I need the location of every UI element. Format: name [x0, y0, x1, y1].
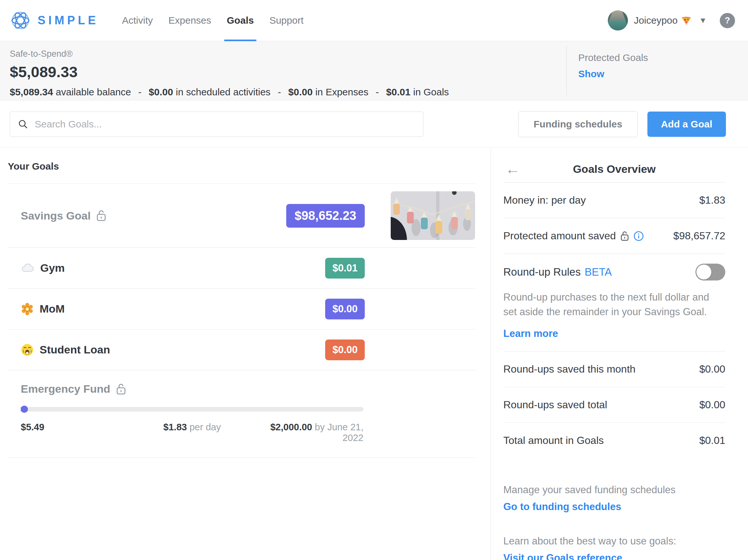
- goal-row-emergency-fund[interactable]: Emergency Fund $5.49: [8, 370, 475, 458]
- row-value: $0.00: [699, 399, 725, 411]
- balance-breakdown: $5,089.34 available balance - $0.00 in s…: [10, 87, 449, 98]
- funding-schedules-text: Manage your saved funding schedules: [503, 484, 725, 496]
- rosette-emoji-icon: ✳: [21, 302, 34, 316]
- goals-amount: $0.01: [386, 87, 411, 97]
- primary-tabs: Activity Expenses Goals Support: [114, 0, 311, 41]
- goal-row-savings-goal[interactable]: Savings Goal $98,652.23: [8, 184, 475, 247]
- protected-goals-panel: Protected Goals Show: [566, 46, 748, 96]
- scheduled-text: in scheduled activities: [176, 87, 271, 97]
- top-nav: SIMPLE Activity Expenses Goals Support J…: [0, 0, 748, 41]
- cloud-emoji-icon: [21, 263, 34, 273]
- brand[interactable]: SIMPLE: [10, 10, 99, 31]
- user-avatar[interactable]: [608, 10, 628, 30]
- separator: -: [138, 87, 141, 97]
- overview-title: Goals Overview: [503, 163, 725, 175]
- nav-right: Joiceypoo ▼ ?: [608, 10, 735, 30]
- goal-amount-badge: $0.00: [325, 299, 365, 319]
- goal-row-student-loan[interactable]: Student Loan $0.00: [8, 329, 475, 370]
- user-name[interactable]: Joiceypoo: [634, 15, 678, 26]
- row-label: Total amount in Goals: [503, 435, 604, 446]
- brand-name: SIMPLE: [38, 14, 99, 27]
- beta-badge: BETA: [584, 266, 612, 278]
- row-value: $98,657.72: [673, 230, 725, 242]
- pizza-emoji-icon: [681, 15, 692, 26]
- search-icon: [18, 119, 28, 129]
- goal-name-group: Student Loan: [8, 343, 110, 356]
- goal-progress-bar: [21, 407, 364, 412]
- saved-amount: $5.49: [21, 422, 44, 432]
- search-input[interactable]: [34, 118, 415, 130]
- svg-text:✳: ✳: [26, 307, 29, 311]
- goal-name: Savings Goal: [21, 210, 91, 222]
- goals-list-heading: Your Goals: [8, 161, 475, 172]
- lock-icon: [116, 383, 126, 395]
- row-value: $1.83: [699, 194, 725, 206]
- target-amount: $2,000.00: [270, 422, 312, 432]
- protected-goals-label: Protected Goals: [578, 52, 748, 63]
- tab-goals[interactable]: Goals: [227, 0, 254, 41]
- goals-reference-text: Learn about the best way to use goals:: [503, 535, 725, 547]
- goal-progress-stats: $5.49 $1.83 per day $2,000.00 by June 21…: [21, 422, 364, 443]
- crying-emoji-icon: [21, 343, 34, 356]
- search-box: [10, 112, 423, 137]
- safe-to-spend-band: Safe-to-Spend® $5,089.33 $5,089.34 avail…: [0, 41, 748, 100]
- overview-row-total-in-goals: Total amount in Goals $0.01: [503, 422, 725, 458]
- funding-schedules-button[interactable]: Funding schedules: [518, 111, 637, 137]
- goal-amount-badge: $0.01: [325, 258, 365, 278]
- tassel-garland-photo: [391, 191, 475, 240]
- safe-to-spend-amount: $5,089.33: [10, 63, 449, 81]
- visit-goals-reference-link[interactable]: Visit our Goals reference: [503, 552, 725, 560]
- separator: -: [278, 87, 281, 97]
- lock-icon: [621, 231, 629, 241]
- separator: -: [375, 87, 379, 97]
- goal-name-group: ✳ MoM: [8, 302, 65, 316]
- roundup-toggle[interactable]: [696, 264, 725, 281]
- overview-header: ← Goals Overview: [503, 160, 725, 178]
- available-balance-text: available balance: [56, 87, 131, 97]
- overview-row-money-in: Money in: per day $1.83: [503, 182, 725, 218]
- back-arrow-icon[interactable]: ←: [505, 162, 520, 176]
- row-value: $0.00: [699, 363, 725, 375]
- goals-text: in Goals: [413, 87, 449, 97]
- row-value: $0.01: [699, 435, 725, 446]
- goal-name-group: Savings Goal: [8, 210, 106, 222]
- learn-more-link[interactable]: Learn more: [503, 328, 725, 340]
- goal-name-group: Gym: [8, 262, 65, 274]
- safe-to-spend-label: Safe-to-Spend®: [10, 49, 449, 59]
- goal-row-mom[interactable]: ✳ MoM $0.00: [8, 288, 475, 329]
- goal-amount-badge: $98,652.23: [286, 204, 365, 228]
- row-label: Protected amount saved: [503, 230, 616, 242]
- go-to-funding-schedules-link[interactable]: Go to funding schedules: [503, 501, 725, 513]
- roundup-rules-section: Round-up Rules BETA Round-up purchases t…: [503, 253, 725, 351]
- goal-name: Student Loan: [40, 343, 110, 356]
- protected-goals-show-link[interactable]: Show: [578, 68, 748, 79]
- tab-expenses[interactable]: Expenses: [168, 0, 211, 41]
- goals-list-column: Your Goals Savings Goal $98,652.23: [0, 148, 491, 560]
- toggle-knob: [696, 265, 711, 279]
- info-icon[interactable]: [633, 231, 644, 241]
- goal-name: MoM: [40, 302, 65, 315]
- tab-activity[interactable]: Activity: [122, 0, 153, 41]
- goals-toolbar: Funding schedules Add a Goal: [0, 100, 748, 148]
- add-a-goal-button[interactable]: Add a Goal: [648, 112, 726, 137]
- available-balance-amount: $5,089.34: [10, 87, 53, 97]
- goal-amount-badge: $0.00: [325, 340, 365, 360]
- expenses-text: in Expenses: [315, 87, 368, 97]
- rate-amount: $1.83: [163, 422, 187, 432]
- goal-name: Emergency Fund: [21, 383, 110, 395]
- rate-label: per day: [189, 422, 221, 432]
- user-menu-chevron-down-icon[interactable]: ▼: [699, 16, 707, 25]
- goal-name-group: Emergency Fund: [21, 383, 475, 395]
- goals-page: SIMPLE Activity Expenses Goals Support J…: [0, 0, 748, 560]
- help-button[interactable]: ?: [720, 13, 735, 28]
- roundup-description: Round-up purchases to the next full doll…: [503, 290, 725, 319]
- overview-row-roundups-month: Round-ups saved this month $0.00: [503, 351, 725, 387]
- goal-row-gym[interactable]: Gym $0.01: [8, 247, 475, 288]
- goal-name: Gym: [40, 262, 65, 274]
- row-label: Money in: per day: [503, 194, 586, 206]
- roundup-title: Round-up Rules: [503, 266, 581, 278]
- goal-image-slot: [365, 191, 475, 240]
- safe-to-spend: Safe-to-Spend® $5,089.33 $5,089.34 avail…: [0, 41, 449, 100]
- overview-row-protected-amount: Protected amount saved: [503, 218, 725, 253]
- tab-support[interactable]: Support: [270, 0, 303, 41]
